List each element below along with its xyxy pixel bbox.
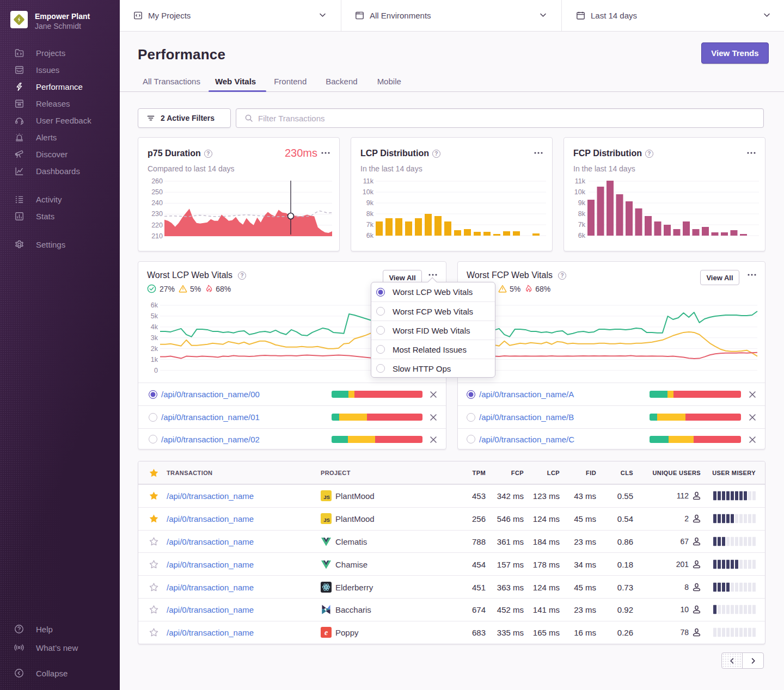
svg-text:e: e: [324, 629, 328, 637]
svg-text:9k: 9k: [578, 199, 586, 207]
svg-text:250: 250: [151, 188, 163, 196]
svg-text:JS: JS: [323, 494, 330, 500]
svg-text:240: 240: [151, 199, 163, 207]
svg-text:7k: 7k: [578, 221, 586, 229]
svg-text:260: 260: [151, 177, 163, 185]
svg-text:3k: 3k: [151, 334, 158, 342]
svg-text:1k: 1k: [151, 356, 158, 364]
svg-text:210: 210: [151, 232, 163, 240]
svg-text:5k: 5k: [151, 312, 158, 320]
svg-text:7k: 7k: [366, 221, 374, 229]
svg-text:6k: 6k: [151, 301, 158, 309]
svg-text:220: 220: [151, 221, 163, 229]
svg-text:230: 230: [151, 210, 163, 218]
svg-text:0: 0: [154, 367, 158, 374]
svg-text:6k: 6k: [578, 232, 586, 239]
svg-text:6k: 6k: [366, 232, 374, 239]
svg-text:4k: 4k: [151, 323, 158, 331]
svg-text:10k: 10k: [574, 188, 586, 196]
svg-text:8k: 8k: [366, 210, 374, 218]
svg-text:11k: 11k: [575, 177, 586, 185]
svg-text:9k: 9k: [366, 199, 374, 207]
svg-text:11k: 11k: [363, 177, 374, 185]
svg-text:JS: JS: [323, 517, 330, 523]
svg-text:2k: 2k: [151, 345, 158, 353]
svg-text:10k: 10k: [363, 188, 374, 196]
svg-text:8k: 8k: [578, 210, 586, 218]
